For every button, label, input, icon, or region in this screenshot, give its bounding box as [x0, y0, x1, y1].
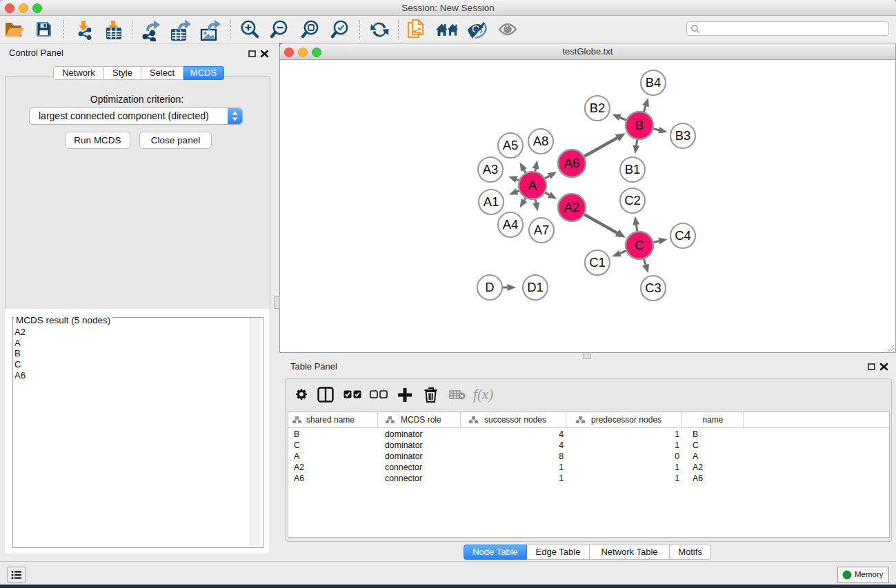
svg-text:A1: A1	[484, 194, 499, 209]
svg-text:C3: C3	[645, 281, 661, 295]
svg-text:B4: B4	[646, 75, 661, 90]
svg-text:A5: A5	[503, 138, 519, 152]
svg-text:C1: C1	[589, 255, 606, 270]
svg-text:A4: A4	[503, 217, 519, 232]
svg-text:D1: D1	[527, 280, 544, 294]
svg-text:A: A	[528, 178, 537, 192]
svg-text:C2: C2	[624, 193, 641, 207]
svg-text:C: C	[635, 238, 644, 252]
svg-text:D: D	[485, 280, 494, 294]
svg-text:A8: A8	[533, 134, 549, 148]
svg-text:B3: B3	[675, 128, 691, 143]
svg-text:A6: A6	[564, 156, 580, 170]
svg-text:C4: C4	[675, 228, 691, 243]
svg-text:A7: A7	[534, 223, 550, 237]
svg-text:B: B	[635, 118, 644, 132]
svg-text:A2: A2	[564, 200, 580, 214]
svg-text:A3: A3	[483, 162, 499, 176]
svg-text:B1: B1	[625, 162, 641, 176]
svg-text:B2: B2	[590, 101, 606, 115]
